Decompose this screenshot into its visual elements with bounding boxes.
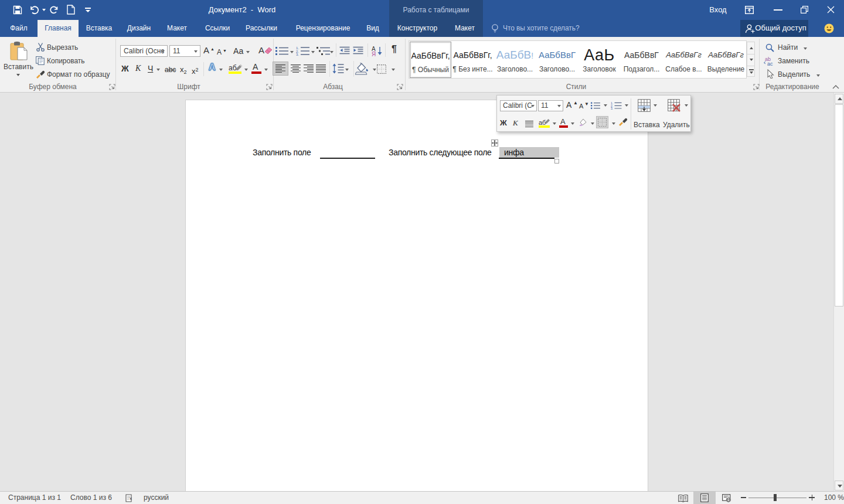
svg-text:3.: 3. [611, 107, 613, 110]
svg-text:3.: 3. [296, 53, 299, 56]
svg-text:x: x [130, 496, 132, 501]
svg-text:ac: ac [767, 61, 773, 66]
svg-text:Я: Я [372, 51, 376, 56]
